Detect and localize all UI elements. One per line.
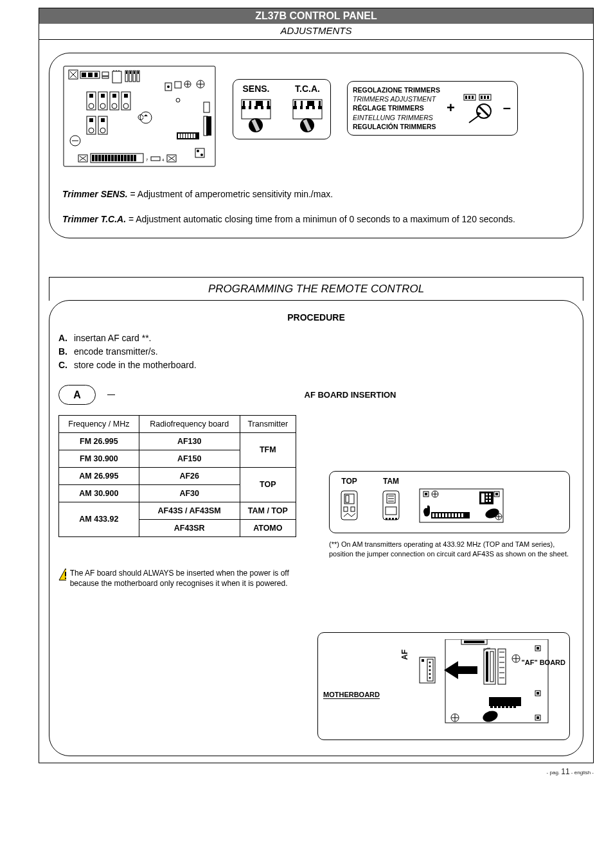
svg-rect-100 <box>258 106 261 109</box>
svg-point-23 <box>167 85 170 88</box>
svg-rect-171 <box>458 513 460 517</box>
af-board-label: "AF" BOARD <box>522 659 565 666</box>
svg-point-219 <box>429 677 431 679</box>
content: 7 4 SENS. <box>39 40 593 763</box>
svg-rect-37 <box>101 94 105 98</box>
svg-rect-193 <box>490 705 493 708</box>
svg-rect-49 <box>101 118 105 122</box>
svg-rect-81 <box>121 155 123 161</box>
svg-rect-195 <box>498 705 501 708</box>
sens-trimmer-icon <box>238 96 274 135</box>
svg-rect-204 <box>498 649 506 684</box>
svg-rect-213 <box>422 659 424 662</box>
svg-rect-141 <box>386 518 387 520</box>
svg-rect-144 <box>395 518 397 520</box>
svg-rect-172 <box>461 513 463 517</box>
svg-rect-167 <box>445 513 447 517</box>
svg-rect-96 <box>263 101 267 106</box>
page-footer: - pag. 11 - english - <box>0 767 594 776</box>
svg-rect-106 <box>296 101 301 106</box>
svg-rect-82 <box>124 155 127 161</box>
svg-rect-60 <box>183 134 185 138</box>
svg-rect-80 <box>118 155 120 161</box>
svg-rect-168 <box>449 513 450 517</box>
svg-rect-142 <box>389 518 391 520</box>
svg-rect-130 <box>65 578 66 579</box>
svg-rect-166 <box>442 513 444 517</box>
svg-rect-123 <box>487 96 489 99</box>
frequency-table: Frequency / MHz Radiofrequency board Tra… <box>58 415 296 537</box>
af-insertion-header: A AF BOARD INSERTION <box>58 385 574 405</box>
svg-rect-40 <box>112 94 116 98</box>
svg-point-66 <box>197 150 199 152</box>
svg-rect-111 <box>303 106 306 109</box>
plus-sign: + <box>447 100 455 116</box>
svg-rect-84 <box>130 155 133 161</box>
legend-box: REGOLAZIONE TRIMMERS TRIMMERS ADJUSTMENT… <box>347 81 518 136</box>
svg-rect-197 <box>506 705 508 708</box>
svg-rect-110 <box>297 106 300 109</box>
svg-rect-161 <box>489 500 491 502</box>
minus-sign: – <box>503 100 511 116</box>
svg-rect-121 <box>481 96 483 99</box>
svg-rect-113 <box>315 106 318 109</box>
motherboard-label: MOTHERBOARD <box>323 691 380 699</box>
warning-note: The AF board should ALWAYS be inserted w… <box>58 568 303 589</box>
th-frequency: Frequency / MHz <box>59 415 139 432</box>
svg-line-126 <box>469 116 479 123</box>
svg-rect-43 <box>124 94 128 98</box>
svg-rect-136 <box>383 491 399 520</box>
svg-rect-112 <box>309 106 312 109</box>
legend-text: REGOLAZIONE TRIMMERS TRIMMERS ADJUSTMENT… <box>353 85 440 131</box>
svg-rect-75 <box>102 155 104 161</box>
page-frame: ZL37B CONTROL PANEL ADJUSTMENTS <box>39 8 594 763</box>
svg-rect-118 <box>468 96 470 99</box>
tca-label: T.C.A. <box>295 84 320 94</box>
svg-rect-73 <box>95 155 98 161</box>
warning-icon <box>58 568 66 581</box>
af43s-board-icon <box>418 488 505 526</box>
svg-rect-83 <box>127 155 130 161</box>
svg-rect-58 <box>178 134 180 138</box>
svg-rect-17 <box>130 71 131 74</box>
svg-rect-199 <box>513 705 516 708</box>
pcb-schematic: 7 4 <box>62 65 217 170</box>
svg-rect-148 <box>425 493 427 495</box>
svg-rect-79 <box>114 155 117 161</box>
svg-rect-192 <box>489 697 521 706</box>
svg-rect-62 <box>188 134 190 138</box>
sens-label: SENS. <box>242 84 269 94</box>
procedure-steps: A. insertan AF card **. B. encode transm… <box>58 332 574 372</box>
svg-rect-6 <box>88 73 93 77</box>
svg-rect-202 <box>486 651 488 682</box>
svg-rect-98 <box>245 106 249 109</box>
svg-rect-156 <box>486 493 488 495</box>
svg-rect-163 <box>432 513 434 517</box>
th-transmitter: Transmitter <box>240 415 296 432</box>
svg-rect-107 <box>303 101 307 106</box>
svg-rect-108 <box>314 101 319 106</box>
svg-rect-158 <box>486 497 488 499</box>
svg-point-218 <box>429 673 431 675</box>
svg-rect-181 <box>537 647 539 650</box>
svg-rect-21 <box>138 71 139 74</box>
svg-point-215 <box>429 662 431 664</box>
svg-rect-170 <box>455 513 457 517</box>
svg-rect-64 <box>193 134 195 138</box>
svg-rect-72 <box>92 155 94 161</box>
svg-rect-160 <box>486 500 488 502</box>
svg-rect-85 <box>134 155 136 161</box>
svg-rect-74 <box>98 155 101 161</box>
svg-rect-169 <box>452 513 454 517</box>
svg-rect-63 <box>191 134 193 138</box>
svg-rect-179 <box>464 641 484 643</box>
svg-rect-153 <box>495 493 498 495</box>
tca-trimmer-icon <box>290 96 325 135</box>
svg-rect-196 <box>502 705 504 708</box>
procedure-title: PROCEDURE <box>58 312 574 323</box>
svg-rect-177 <box>445 639 548 723</box>
svg-rect-155 <box>481 493 484 502</box>
svg-rect-183 <box>537 692 539 695</box>
svg-point-67 <box>200 154 203 156</box>
svg-rect-94 <box>245 101 249 106</box>
